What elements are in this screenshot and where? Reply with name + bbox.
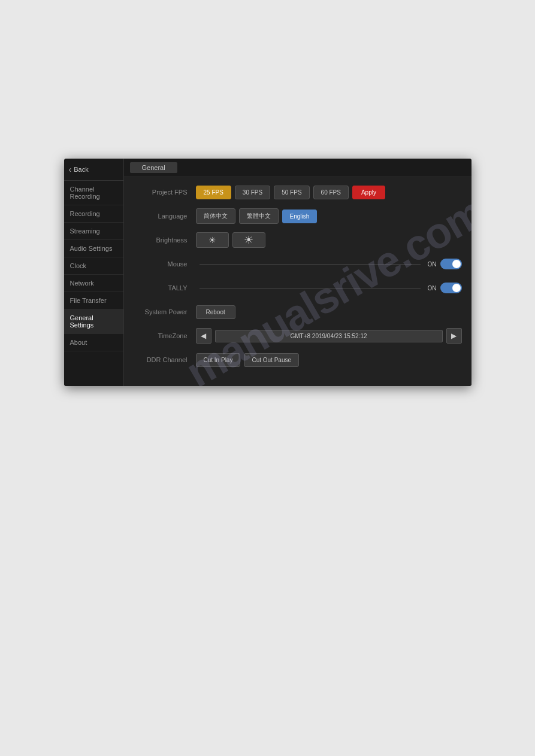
tally-separator [200,288,421,289]
sidebar-item-about-label: About [70,339,87,346]
back-label: Back [74,166,88,173]
page-wrapper: manualsrive.com ‹ Back Channel Recording… [0,0,535,756]
tally-row: TALLY ON [134,279,462,297]
device-container: manualsrive.com ‹ Back Channel Recording… [64,159,471,386]
sidebar-item-general-settings-label: General Settings [70,314,94,329]
tab-bar: General [124,159,471,177]
tally-toggle-label: ON [428,285,437,292]
sidebar-item-about[interactable]: About [64,334,123,351]
main-content: General Project FPS 25 FPS 30 FPS 50 FPS… [124,159,471,386]
tally-toggle[interactable] [440,283,462,293]
cut-in-play-button[interactable]: Cut In Play [196,353,241,367]
sidebar-item-audio-settings-label: Audio Settings [70,245,113,252]
apply-button[interactable]: Apply [352,186,385,199]
language-english-button[interactable]: English [282,210,318,223]
timezone-next-button[interactable]: ▶ [446,328,462,344]
sidebar-item-clock-label: Clock [70,262,87,269]
brightness-controls: ☀ ☀ [196,232,462,248]
mouse-toggle-thumb [452,260,461,268]
sidebar-item-streaming-label: Streaming [70,227,100,235]
mouse-toggle[interactable] [440,259,462,269]
mouse-row: Mouse ON [134,255,462,273]
sidebar-item-channel-recording[interactable]: Channel Recording [64,181,123,205]
timezone-label: TimeZone [134,332,188,339]
mouse-controls: ON [196,259,462,269]
timezone-row: TimeZone ◀ GMT+8 2019/04/23 15:52:12 ▶ [134,327,462,345]
brightness-low-icon[interactable]: ☀ [196,232,229,248]
ddr-channel-label: DDR Channel [134,356,188,363]
timezone-value: GMT+8 2019/04/23 15:52:12 [215,330,443,342]
ddr-channel-row: DDR Channel Cut In Play Cut Out Pause [134,351,462,369]
system-power-label: System Power [134,308,188,315]
mouse-label: Mouse [134,260,188,268]
sidebar-item-recording-label: Recording [70,210,100,217]
language-traditional-chinese-button[interactable]: 繁體中文 [239,208,279,224]
back-arrow-icon: ‹ [69,165,72,174]
fps-25-button[interactable]: 25 FPS [196,186,231,199]
tally-toggle-thumb [452,284,461,292]
mouse-toggle-label: ON [428,261,437,268]
reboot-button[interactable]: Reboot [196,305,235,319]
system-power-row: System Power Reboot [134,303,462,321]
timezone-prev-button[interactable]: ◀ [196,328,211,344]
sidebar-item-audio-settings[interactable]: Audio Settings [64,240,123,257]
sidebar-item-streaming[interactable]: Streaming [64,223,123,240]
language-row: Language 简体中文 繁體中文 English [134,207,462,225]
tally-toggle-wrapper: ON [428,283,462,293]
sidebar: ‹ Back Channel Recording Recording Strea… [64,159,124,386]
brightness-label: Brightness [134,236,188,244]
timezone-controls: ◀ GMT+8 2019/04/23 15:52:12 ▶ [196,328,462,344]
sidebar-item-file-transfer-label: File Transfer [70,297,107,304]
sidebar-item-network-label: Network [70,280,94,287]
sidebar-item-channel-recording-label: Channel Recording [70,186,100,200]
language-label: Language [134,212,188,220]
fps-60-button[interactable]: 60 FPS [313,186,349,199]
sidebar-item-file-transfer[interactable]: File Transfer [64,292,123,309]
project-fps-label: Project FPS [134,189,188,196]
sidebar-item-network[interactable]: Network [64,275,123,292]
cut-out-pause-button[interactable]: Cut Out Pause [244,353,299,367]
settings-area: Project FPS 25 FPS 30 FPS 50 FPS 60 FPS … [124,177,471,386]
back-button[interactable]: ‹ Back [64,159,123,181]
fps-30-button[interactable]: 30 FPS [235,186,270,199]
project-fps-row: Project FPS 25 FPS 30 FPS 50 FPS 60 FPS … [134,183,462,201]
fps-50-button[interactable]: 50 FPS [274,186,309,199]
sidebar-item-recording[interactable]: Recording [64,205,123,223]
brightness-row: Brightness ☀ ☀ [134,231,462,249]
mouse-separator [200,264,421,265]
project-fps-controls: 25 FPS 30 FPS 50 FPS 60 FPS Apply [196,186,462,199]
ddr-channel-controls: Cut In Play Cut Out Pause [196,353,462,367]
language-simplified-chinese-button[interactable]: 简体中文 [196,208,235,224]
sidebar-item-general-settings[interactable]: General Settings [64,309,123,334]
system-power-controls: Reboot [196,305,462,319]
mouse-toggle-wrapper: ON [428,259,462,269]
tab-general[interactable]: General [130,162,177,173]
sidebar-item-clock[interactable]: Clock [64,257,123,275]
tally-controls: ON [196,283,462,293]
tally-label: TALLY [134,284,188,292]
brightness-high-icon[interactable]: ☀ [232,232,265,248]
language-controls: 简体中文 繁體中文 English [196,208,462,224]
